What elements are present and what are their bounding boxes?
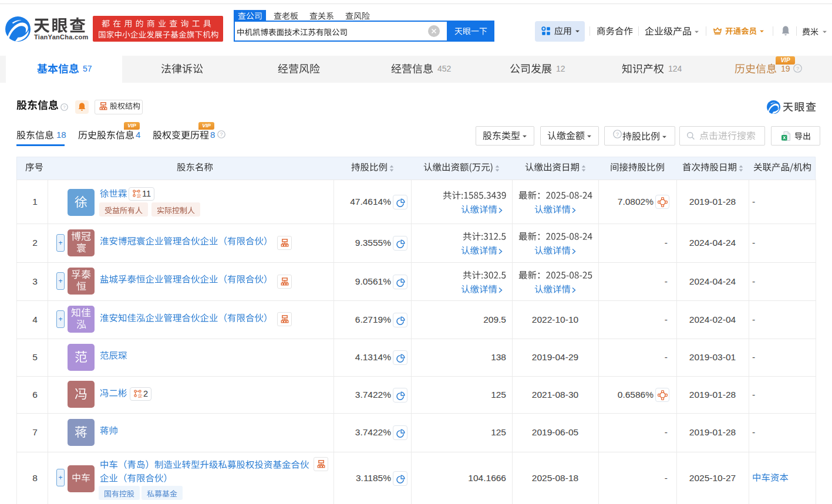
svg-text:?: ? [615,131,618,137]
svg-text:?: ? [63,104,66,110]
svg-text:?: ? [796,66,799,72]
svg-text:?: ? [220,131,223,137]
